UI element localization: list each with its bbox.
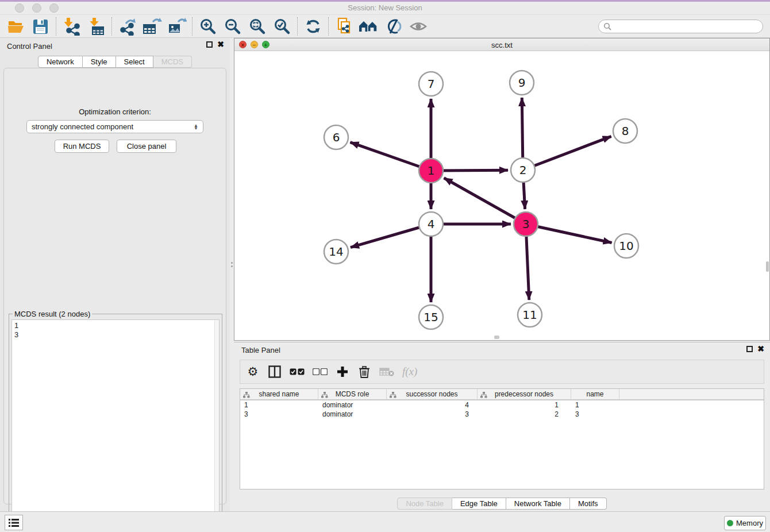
table-row-1[interactable]: 1dominator411 (240, 400, 764, 410)
network-horizontal-scrollbar[interactable] (494, 336, 499, 339)
node-9[interactable]: 9 (510, 71, 534, 95)
network-canvas[interactable]: 1234678910111415 (234, 51, 769, 340)
home-icon[interactable] (356, 16, 381, 37)
hide-vizmapper-icon[interactable] (381, 16, 406, 37)
svg-text:14: 14 (329, 245, 343, 259)
node-11[interactable]: 11 (518, 303, 542, 327)
table-toolbar: ⚙ f(x) (240, 360, 764, 384)
toolbar-separator (192, 17, 192, 36)
table-options-gear-icon[interactable]: ⚙ (246, 365, 260, 379)
node-2[interactable]: 2 (511, 158, 535, 182)
mcds-result-textarea[interactable]: 1 3 (11, 319, 220, 530)
import-table-icon[interactable] (84, 16, 109, 37)
tab-network[interactable]: Network (38, 56, 83, 68)
save-session-icon[interactable] (28, 16, 53, 37)
cell-successor_nodes[interactable]: 3 (387, 410, 478, 419)
column-header-mcds-role[interactable]: MCDS role (318, 389, 387, 399)
network-vertical-scrollbar[interactable] (766, 261, 769, 272)
svg-text:1: 1 (428, 164, 435, 178)
node-table-rows: 1dominator4113dominator323 (240, 400, 764, 419)
panel-splitter[interactable] (230, 38, 234, 511)
tab-select[interactable]: Select (116, 56, 153, 68)
node-4[interactable]: 4 (419, 212, 443, 236)
node-1[interactable]: 1 (419, 159, 443, 183)
optimization-criterion-select[interactable]: strongly connected component ▲▼ (26, 120, 203, 133)
tab-node-table[interactable]: Node Table (397, 498, 452, 510)
control-panel: Control Panel ✖ NetworkStyleSelectMCDS O… (0, 38, 230, 511)
add-column-icon[interactable] (336, 366, 349, 377)
cell-name[interactable]: 3 (571, 410, 619, 419)
window-titlebar: Session: New Session (0, 0, 770, 15)
table-panel-tabs: Node TableEdge TableNetwork TableMotifs (234, 498, 770, 510)
cell-shared_name[interactable]: 3 (240, 410, 318, 419)
node-3[interactable]: 3 (514, 212, 538, 236)
delete-column-icon[interactable] (357, 365, 371, 378)
close-panel-button[interactable]: Close panel (117, 140, 176, 153)
delete-table-icon[interactable] (379, 367, 394, 376)
tab-mcds[interactable]: MCDS (153, 56, 192, 68)
close-table-panel-icon[interactable]: ✖ (757, 346, 764, 352)
node-15[interactable]: 15 (419, 305, 443, 329)
cell-mcds_role[interactable]: dominator (318, 410, 387, 419)
network-window-titlebar[interactable]: × − + scc.txt (234, 38, 769, 51)
zoom-in-icon[interactable] (195, 16, 220, 37)
optimization-criterion-value: strongly connected component (32, 122, 133, 131)
run-mcds-button[interactable]: Run MCDS (55, 140, 109, 153)
clone-network-icon[interactable] (332, 16, 356, 37)
export-table-icon[interactable] (140, 16, 164, 37)
memory-status-icon (727, 520, 733, 526)
node-10[interactable]: 10 (614, 234, 638, 258)
toolbar-separator (297, 17, 298, 36)
network-graph[interactable]: 1234678910111415 (234, 51, 769, 340)
search-box[interactable] (598, 20, 763, 33)
task-history-button[interactable] (5, 515, 23, 530)
column-header-name[interactable]: name (571, 389, 619, 399)
column-header-shared-name[interactable]: shared name (240, 389, 318, 399)
open-file-icon[interactable] (3, 16, 28, 37)
float-table-panel-icon[interactable] (746, 346, 753, 352)
select-stepper-icon: ▲▼ (194, 124, 198, 130)
cell-successor_nodes[interactable]: 4 (387, 400, 478, 410)
cell-shared_name[interactable]: 1 (240, 400, 318, 410)
edge-1-6[interactable] (351, 142, 432, 171)
refresh-view-icon[interactable] (301, 16, 325, 37)
float-panel-icon[interactable] (206, 41, 213, 48)
node-6[interactable]: 6 (324, 125, 348, 149)
cell-mcds_role[interactable]: dominator (318, 400, 387, 410)
mcds-result-scrollbar[interactable] (214, 320, 219, 529)
export-image-icon[interactable] (164, 16, 189, 37)
search-input[interactable] (614, 22, 763, 30)
tab-style[interactable]: Style (83, 56, 116, 68)
edge-3-10[interactable] (526, 224, 612, 243)
node-8[interactable]: 8 (613, 119, 637, 143)
select-all-checkboxes-icon[interactable] (290, 368, 305, 375)
search-icon (603, 22, 611, 30)
import-network-icon[interactable] (59, 16, 84, 37)
zoom-out-icon[interactable] (220, 16, 245, 37)
show-columns-icon[interactable] (268, 365, 282, 378)
tab-motifs[interactable]: Motifs (570, 498, 607, 510)
cell-predecessor_nodes[interactable]: 1 (478, 400, 571, 410)
eye-icon[interactable] (406, 16, 430, 37)
edge-3-1[interactable] (444, 178, 526, 224)
edge-2-8[interactable] (523, 136, 611, 170)
svg-text:4: 4 (428, 217, 435, 231)
cell-predecessor_nodes[interactable]: 2 (478, 410, 571, 419)
node-14[interactable]: 14 (324, 240, 348, 264)
column-header-successor-nodes[interactable]: successor nodes (387, 389, 478, 399)
node-table-header: shared nameMCDS rolesuccessor nodesprede… (240, 389, 764, 400)
table-row-2[interactable]: 3dominator323 (240, 410, 764, 419)
export-network-icon[interactable] (115, 16, 140, 37)
cell-name[interactable]: 1 (571, 400, 619, 410)
deselect-all-checkboxes-icon[interactable] (313, 368, 328, 375)
tab-edge-table[interactable]: Edge Table (452, 498, 506, 510)
zoom-selected-icon[interactable] (270, 16, 294, 37)
tab-network-table[interactable]: Network Table (506, 498, 570, 510)
close-panel-icon[interactable]: ✖ (217, 41, 224, 48)
memory-button[interactable]: Memory (724, 516, 766, 530)
fit-content-icon[interactable] (245, 16, 270, 37)
control-panel-tabs: NetworkStyleSelectMCDS (0, 56, 230, 68)
toolbar-separator (56, 17, 56, 36)
column-header-predecessor-nodes[interactable]: predecessor nodes (478, 389, 571, 399)
node-7[interactable]: 7 (419, 72, 443, 96)
